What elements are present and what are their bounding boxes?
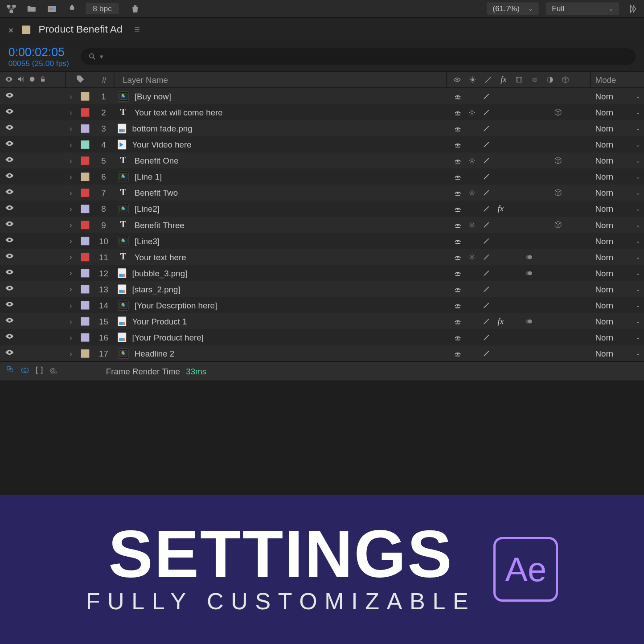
layer-row[interactable]: ›2TYour text will come hereNorn⌄ bbox=[0, 104, 644, 120]
blend-mode-dropdown[interactable]: Norn⌄ bbox=[591, 349, 644, 358]
label-swatch[interactable] bbox=[81, 349, 90, 357]
collapse-toggle[interactable] bbox=[465, 299, 478, 312]
expand-toggle[interactable]: › bbox=[66, 189, 76, 197]
collapse-toggle[interactable] bbox=[465, 218, 478, 231]
frame-blend-header-icon[interactable] bbox=[513, 73, 525, 86]
visibility-toggle[interactable] bbox=[5, 123, 14, 134]
3d-toggle[interactable] bbox=[551, 299, 564, 312]
visibility-toggle[interactable] bbox=[5, 155, 14, 166]
shy-toggle[interactable] bbox=[451, 267, 464, 279]
expand-toggle[interactable]: › bbox=[66, 221, 76, 229]
expand-toggle[interactable]: › bbox=[66, 349, 76, 357]
fx-toggle[interactable] bbox=[494, 347, 507, 360]
visibility-toggle[interactable] bbox=[5, 219, 14, 230]
mode-header[interactable]: Mode bbox=[591, 75, 644, 84]
quality-dropdown[interactable]: Full⌄ bbox=[546, 2, 619, 15]
layer-row[interactable]: ›3bottom fade.pngNorn⌄ bbox=[0, 120, 644, 136]
adjustment-toggle[interactable] bbox=[537, 170, 550, 183]
visibility-toggle[interactable] bbox=[5, 348, 14, 359]
adjustment-toggle[interactable] bbox=[537, 106, 550, 119]
layer-row[interactable]: ›13[stars_2.png]Norn⌄ bbox=[0, 281, 644, 297]
layer-row[interactable]: ›14[Your Descrption here]Norn⌄ bbox=[0, 297, 644, 313]
3d-toggle[interactable] bbox=[551, 138, 564, 151]
frame-blend-toggle[interactable] bbox=[509, 267, 521, 279]
eye-header-icon[interactable] bbox=[5, 75, 13, 85]
layer-row[interactable]: ›1[Buy now]Norn⌄ bbox=[0, 88, 644, 104]
adjustment-toggle[interactable] bbox=[537, 186, 550, 199]
motion-blur-toggle[interactable] bbox=[523, 283, 536, 295]
quality-toggle[interactable] bbox=[480, 186, 492, 199]
adjustment-toggle[interactable] bbox=[537, 122, 550, 135]
expand-toggle[interactable]: › bbox=[66, 140, 76, 149]
blend-mode-dropdown[interactable]: Norn⌄ bbox=[591, 300, 644, 310]
label-swatch[interactable] bbox=[81, 333, 90, 341]
label-swatch[interactable] bbox=[81, 189, 90, 197]
shy-toggle[interactable] bbox=[451, 347, 464, 360]
3d-toggle[interactable] bbox=[551, 122, 564, 135]
fx-toggle[interactable] bbox=[494, 154, 507, 167]
adjustment-toggle[interactable] bbox=[537, 347, 550, 360]
adjustment-toggle[interactable] bbox=[537, 267, 550, 279]
fx-toggle[interactable] bbox=[494, 283, 507, 295]
label-swatch[interactable] bbox=[81, 269, 90, 277]
adjustment-toggle[interactable] bbox=[537, 299, 550, 312]
fx-toggle[interactable] bbox=[494, 106, 507, 119]
layer-row[interactable]: ›8[Line2]fxNorn⌄ bbox=[0, 201, 644, 217]
layer-row[interactable]: ›4Your Video hereNorn⌄ bbox=[0, 136, 644, 152]
quality-toggle[interactable] bbox=[480, 106, 492, 119]
adjustment-toggle[interactable] bbox=[537, 283, 550, 295]
quality-toggle[interactable] bbox=[480, 299, 492, 312]
adjustment-toggle[interactable] bbox=[537, 315, 550, 328]
adjustment-toggle[interactable] bbox=[537, 250, 550, 263]
blend-mode-dropdown[interactable]: Norn⌄ bbox=[591, 268, 644, 278]
layer-row[interactable]: ›9TBenefit ThreeNorn⌄ bbox=[0, 217, 644, 233]
3d-toggle[interactable] bbox=[551, 154, 564, 167]
layer-name[interactable]: TBenefit Two bbox=[113, 187, 448, 198]
shy-toggle[interactable] bbox=[451, 138, 464, 151]
adjustment-toggle[interactable] bbox=[537, 90, 550, 103]
shy-toggle[interactable] bbox=[451, 202, 464, 215]
frame-blend-toggle[interactable] bbox=[509, 283, 521, 295]
motion-blur-toggle[interactable] bbox=[523, 234, 536, 247]
visibility-toggle[interactable] bbox=[5, 332, 14, 343]
frame-blend-toggle[interactable] bbox=[509, 106, 521, 119]
motion-blur-toggle[interactable] bbox=[523, 106, 536, 119]
quality-toggle[interactable] bbox=[480, 170, 492, 183]
fx-toggle[interactable] bbox=[494, 138, 507, 151]
layer-name[interactable]: Headline 2 bbox=[113, 348, 448, 359]
blend-mode-dropdown[interactable]: Norn⌄ bbox=[591, 204, 644, 213]
layer-name[interactable]: [stars_2.png] bbox=[113, 284, 448, 294]
solo-header-icon[interactable] bbox=[29, 75, 36, 84]
blend-mode-dropdown[interactable]: Norn⌄ bbox=[591, 236, 644, 246]
fx-toggle[interactable] bbox=[494, 267, 507, 279]
collapse-toggle[interactable] bbox=[465, 267, 478, 279]
motion-blur-header-icon[interactable] bbox=[528, 73, 541, 86]
quality-toggle[interactable] bbox=[480, 218, 492, 231]
blend-mode-dropdown[interactable]: Norn⌄ bbox=[591, 188, 644, 197]
layer-name[interactable]: TYour text will come here bbox=[113, 107, 448, 118]
quality-toggle[interactable] bbox=[480, 202, 492, 215]
visibility-toggle[interactable] bbox=[5, 316, 14, 327]
motion-blur-toggle[interactable] bbox=[523, 154, 536, 167]
expand-toggle[interactable]: › bbox=[66, 124, 76, 132]
layer-name[interactable]: [Line 1] bbox=[113, 171, 448, 182]
3d-toggle[interactable] bbox=[551, 331, 564, 344]
shy-toggle[interactable] bbox=[451, 283, 464, 295]
frame-blend-toggle[interactable] bbox=[509, 347, 521, 360]
collapse-toggle[interactable] bbox=[465, 202, 478, 215]
audio-header-icon[interactable] bbox=[16, 75, 25, 85]
zoom-dropdown[interactable]: (61.7%)⌄ bbox=[487, 2, 539, 15]
layer-name[interactable]: [Your Descrption here] bbox=[113, 299, 448, 310]
expand-toggle[interactable]: › bbox=[66, 333, 76, 341]
visibility-toggle[interactable] bbox=[5, 107, 14, 118]
collapse-toggle[interactable] bbox=[465, 250, 478, 263]
fx-toggle[interactable] bbox=[494, 90, 507, 103]
comp-icon[interactable] bbox=[45, 2, 58, 15]
expand-toggle[interactable]: › bbox=[66, 253, 76, 261]
blend-mode-dropdown[interactable]: Norn⌄ bbox=[591, 316, 644, 326]
frame-blend-toggle[interactable] bbox=[509, 218, 521, 231]
brackets-icon[interactable] bbox=[34, 365, 44, 377]
flowchart-icon[interactable] bbox=[5, 2, 18, 15]
expand-toggle[interactable]: › bbox=[66, 269, 76, 277]
shy-toggle[interactable] bbox=[451, 315, 464, 328]
